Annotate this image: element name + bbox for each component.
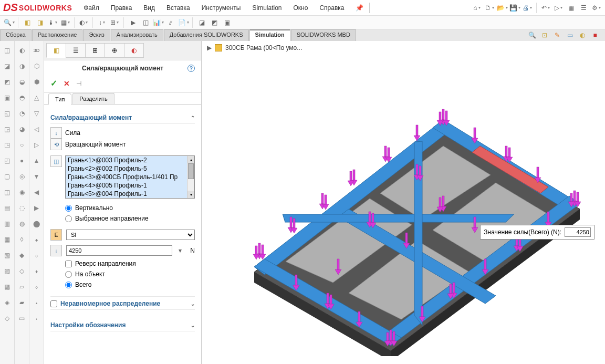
reverse-row[interactable]: Реверс направления xyxy=(50,258,195,269)
tab-assembly[interactable]: Сборка xyxy=(0,29,32,41)
panel-tab-feature-icon[interactable]: ◧ xyxy=(46,43,66,58)
lt3-icon[interactable]: ⬤ xyxy=(32,219,42,229)
lt3-icon[interactable]: ⬧ xyxy=(32,266,42,276)
tool-mesh-icon[interactable]: ⊞ xyxy=(109,17,120,28)
breadcrumb-arrow-icon[interactable]: ▶ xyxy=(207,44,212,51)
tooltip-value-input[interactable] xyxy=(565,227,591,237)
lt1-icon[interactable]: ◩ xyxy=(2,77,13,87)
lt1-icon[interactable]: ◪ xyxy=(2,61,13,71)
lt3-icon[interactable]: ▷ xyxy=(32,140,42,150)
radio-vertical-input[interactable] xyxy=(65,205,72,212)
lt1-icon[interactable]: ▣ xyxy=(2,92,13,103)
pin-icon[interactable]: 📌 xyxy=(353,2,365,14)
lt2-icon[interactable]: ◇ xyxy=(17,266,27,276)
cancel-button[interactable]: ✕ xyxy=(64,79,70,88)
new-icon[interactable]: 🗋 xyxy=(484,2,495,14)
list-icon[interactable]: ☰ xyxy=(578,2,589,14)
tool-results-icon[interactable]: ◫ xyxy=(140,17,151,28)
lt1-icon[interactable]: ◇ xyxy=(2,313,13,324)
lt3-icon[interactable]: ▼ xyxy=(32,171,42,182)
tool-arrow-icon[interactable]: ↓ xyxy=(96,17,108,28)
section-head-annotation[interactable]: Настройки обозначения ⌄ xyxy=(50,319,195,331)
lt2-icon[interactable]: ▰ xyxy=(17,297,27,308)
help-icon[interactable]: ? xyxy=(187,65,195,72)
view-zoom-icon[interactable]: 🔍 xyxy=(527,30,537,40)
tool-misc3-icon[interactable]: ▣ xyxy=(221,17,233,28)
tool-cube2-icon[interactable]: ◨ xyxy=(34,17,46,28)
tool-misc2-icon[interactable]: ◩ xyxy=(208,17,220,28)
menu-edit[interactable]: Правка xyxy=(109,3,134,13)
list-scrollbar[interactable]: ▴ ▾ xyxy=(187,156,194,198)
lt2-icon[interactable]: ● xyxy=(17,155,27,166)
section-head-nonuniform[interactable]: Неравномерное распределение ⌄ xyxy=(50,296,195,310)
lt3-icon[interactable]: ⬩ xyxy=(32,297,42,308)
tab-simulation[interactable]: Simulation xyxy=(249,29,290,41)
scroll-thumb[interactable] xyxy=(188,163,194,179)
lt2-icon[interactable]: ○ xyxy=(17,140,27,150)
view-appearance-icon[interactable]: ■ xyxy=(590,30,600,40)
lt3-icon[interactable]: ◁ xyxy=(32,124,42,134)
lt1-icon[interactable]: ◰ xyxy=(2,155,13,166)
units-select[interactable]: SI xyxy=(66,230,195,240)
tool-plot-icon[interactable]: 📊 xyxy=(152,17,164,28)
option-torque[interactable]: ⟲ Вращающий момент xyxy=(50,139,195,150)
lt1-icon[interactable]: ▨ xyxy=(2,266,13,276)
lt2-icon[interactable]: ◓ xyxy=(17,92,27,103)
menu-window[interactable]: Окно xyxy=(291,3,310,13)
sub-tab-split[interactable]: Разделить xyxy=(72,93,114,104)
menu-file[interactable]: Файл xyxy=(81,3,101,13)
lt2-icon[interactable]: ◊ xyxy=(17,234,27,245)
select-icon[interactable]: ▷ xyxy=(552,2,564,14)
nonuniform-checkbox[interactable] xyxy=(50,300,57,307)
face-select-icon[interactable]: ◫ xyxy=(50,155,62,167)
lt1-icon[interactable]: ▩ xyxy=(2,282,13,292)
radio-selected-input[interactable] xyxy=(65,215,72,222)
panel-tab-origin-icon[interactable]: ⊕ xyxy=(105,43,124,58)
panel-tab-display-icon[interactable]: ⊞ xyxy=(85,43,105,58)
lt2-icon[interactable]: ◒ xyxy=(17,77,27,87)
lt2-icon[interactable]: ◐ xyxy=(17,45,27,56)
print-icon[interactable]: 🖨 xyxy=(521,2,533,14)
breadcrumb-label[interactable]: 300СБ Рама (00<По умо... xyxy=(225,44,302,51)
lt2-icon[interactable]: ◉ xyxy=(17,187,27,197)
home-icon[interactable]: ⌂ xyxy=(471,2,483,14)
radio-per-object[interactable]: На объект xyxy=(50,269,195,279)
radio-selected-dir[interactable]: Выбранное направление xyxy=(50,213,195,224)
open-icon[interactable]: 📂 xyxy=(496,2,508,14)
list-item[interactable]: Грань<3>@400СБ Профиль-1/401 Пр xyxy=(66,173,194,181)
lt1-icon[interactable]: ◲ xyxy=(2,124,13,134)
scroll-up-icon[interactable]: ▴ xyxy=(187,156,194,163)
view-hide-icon[interactable]: ◐ xyxy=(578,30,587,40)
graphics-viewport[interactable]: ▶ 300СБ Рама (00<По умо... xyxy=(202,41,605,364)
settings-icon[interactable]: ⚙ xyxy=(590,2,602,14)
lt1-icon[interactable]: ▦ xyxy=(2,234,13,245)
option-force[interactable]: ↓ Сила xyxy=(50,127,195,139)
menu-view[interactable]: Вид xyxy=(141,3,157,13)
lt1-icon[interactable]: ◳ xyxy=(2,140,13,150)
tool-advisor-icon[interactable]: ◐ xyxy=(78,17,89,28)
tool-cube-icon[interactable]: ◧ xyxy=(22,17,33,28)
lt3-icon[interactable]: ⬨ xyxy=(32,282,42,292)
list-item[interactable]: Грань<4>@005 Профиль-1 xyxy=(66,181,194,190)
tool-grid-icon[interactable]: ▦ xyxy=(59,17,71,28)
lt3-icon[interactable]: ▶ xyxy=(32,203,42,213)
tool-zoom-icon[interactable]: 🔍 xyxy=(3,17,15,28)
tab-evaluate[interactable]: Анализировать xyxy=(111,29,163,41)
view-section-icon[interactable]: ✎ xyxy=(552,30,562,40)
selected-faces-list[interactable]: Грань<1>@003 Профиль-2 Грань<2>@002 Проф… xyxy=(65,155,195,199)
pushpin-icon[interactable]: ⊣ xyxy=(76,80,81,87)
list-item[interactable]: Грань<5>@004 Профиль-1 xyxy=(66,190,194,198)
lt1-icon[interactable]: ◱ xyxy=(2,108,13,119)
tool-report-icon[interactable]: 📄 xyxy=(178,17,189,28)
lt3-icon[interactable]: ⬪ xyxy=(32,313,42,324)
lt1-icon[interactable]: ▥ xyxy=(2,219,13,229)
tab-addins[interactable]: Добавления SOLIDWORKS xyxy=(164,29,249,41)
list-item[interactable]: Грань<2>@002 Профиль-5 xyxy=(66,164,194,173)
radio-vertical[interactable]: Вертикально xyxy=(50,203,195,213)
tool-run-icon[interactable]: ▶ xyxy=(127,17,139,28)
scroll-down-icon[interactable]: ▾ xyxy=(187,191,194,198)
lt2-icon[interactable]: ▱ xyxy=(17,282,27,292)
lt3-icon[interactable]: ⬡ xyxy=(32,61,42,71)
tab-layout[interactable]: Расположение xyxy=(32,29,83,41)
menu-insert[interactable]: Вставка xyxy=(164,3,192,13)
